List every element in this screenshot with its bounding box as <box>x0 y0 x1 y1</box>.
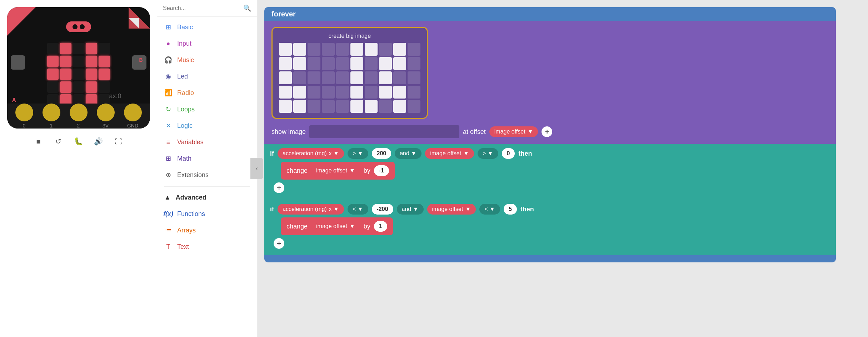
cell-1-6[interactable] <box>365 57 378 70</box>
cell-3-9[interactable] <box>408 86 420 99</box>
cell-1-9[interactable] <box>408 57 420 70</box>
restart-button[interactable]: ↺ <box>51 134 66 149</box>
sidebar-item-led[interactable]: ◉ Led <box>157 68 257 85</box>
cell-1-7[interactable] <box>379 57 392 70</box>
fullscreen-button[interactable]: ⛶ <box>111 134 126 149</box>
cell-0-2[interactable] <box>308 43 320 56</box>
sidebar-item-logic[interactable]: ✕ Logic <box>157 117 257 134</box>
cell-0-5[interactable] <box>350 43 363 56</box>
cell-2-8[interactable] <box>393 71 406 84</box>
val-0-pill[interactable]: 0 <box>502 148 515 159</box>
cell-1-8[interactable] <box>393 57 406 70</box>
cell-4-5[interactable] <box>350 100 363 113</box>
cell-3-2[interactable] <box>308 86 320 99</box>
cell-2-4[interactable] <box>336 71 349 84</box>
cell-0-4[interactable] <box>336 43 349 56</box>
cell-4-7[interactable] <box>379 100 392 113</box>
pad-gnd[interactable] <box>124 104 142 121</box>
cell-4-3[interactable] <box>322 100 335 113</box>
cell-4-8[interactable] <box>393 100 406 113</box>
val-neg1-pill[interactable]: -1 <box>374 165 389 176</box>
image-offset-pill-2[interactable]: image offset ▼ <box>425 148 474 159</box>
pad-3v[interactable] <box>97 104 115 121</box>
cell-1-3[interactable] <box>322 57 335 70</box>
cell-2-5[interactable] <box>350 71 363 84</box>
cell-4-9[interactable] <box>408 100 420 113</box>
cell-1-1[interactable] <box>293 57 306 70</box>
image-offset-pill-4[interactable]: image offset ▼ <box>427 204 476 215</box>
cell-3-8[interactable] <box>393 86 406 99</box>
cell-2-0[interactable] <box>279 71 292 84</box>
add-button-2[interactable]: + <box>274 182 284 193</box>
sidebar-item-basic[interactable]: ⊞ Basic <box>157 19 257 35</box>
cell-1-2[interactable] <box>308 57 320 70</box>
sidebar-item-math[interactable]: ⊞ Math <box>157 150 257 167</box>
debug-button[interactable]: 🐛 <box>71 134 86 149</box>
cell-3-6[interactable] <box>365 86 378 99</box>
sidebar-item-arrays[interactable]: ≔ Arrays <box>157 222 257 238</box>
cell-2-3[interactable] <box>322 71 335 84</box>
cell-0-7[interactable] <box>379 43 392 56</box>
add-button-1[interactable]: + <box>542 126 552 137</box>
workspace[interactable]: forever create big image <box>257 0 868 337</box>
val-1-pill[interactable]: 1 <box>374 221 387 232</box>
cell-2-6[interactable] <box>365 71 378 84</box>
sidebar-item-extensions[interactable]: ⊕ Extensions <box>157 167 257 183</box>
cell-3-1[interactable] <box>293 86 306 99</box>
sidebar-item-functions[interactable]: f(x) Functions <box>157 206 257 222</box>
cell-2-9[interactable] <box>408 71 420 84</box>
val-200-pill[interactable]: 200 <box>372 148 391 159</box>
lt-dropdown-2[interactable]: < ▼ <box>479 204 500 215</box>
cell-4-4[interactable] <box>336 100 349 113</box>
sidebar-item-radio[interactable]: 📶 Radio <box>157 85 257 101</box>
cell-2-1[interactable] <box>293 71 306 84</box>
button-a[interactable] <box>11 55 25 70</box>
cell-1-0[interactable] <box>279 57 292 70</box>
cell-3-3[interactable] <box>322 86 335 99</box>
sidebar-item-input[interactable]: ● Input <box>157 35 257 52</box>
lt-dropdown-1[interactable]: < ▼ <box>348 204 368 215</box>
gt-dropdown-1[interactable]: > ▼ <box>348 148 368 159</box>
collapse-sidebar-button[interactable]: ‹ <box>250 158 263 179</box>
cell-4-6[interactable] <box>365 100 378 113</box>
big-image-grid[interactable] <box>279 43 420 113</box>
sidebar-item-text[interactable]: T Text <box>157 238 257 255</box>
cell-3-5[interactable] <box>350 86 363 99</box>
cell-0-6[interactable] <box>365 43 378 56</box>
cell-2-7[interactable] <box>379 71 392 84</box>
sidebar-item-loops[interactable]: ↻ Loops <box>157 101 257 117</box>
pad-0[interactable] <box>15 104 33 121</box>
acceleration-pill-2[interactable]: acceleration (mg) x ▼ <box>278 204 344 215</box>
add-button-3[interactable]: + <box>274 238 284 249</box>
search-input[interactable] <box>163 5 240 11</box>
image-offset-pill-5[interactable]: image offset ▼ <box>311 221 360 232</box>
cell-0-9[interactable] <box>408 43 420 56</box>
advanced-header[interactable]: ▲ Advanced <box>157 190 257 206</box>
val-5-pill[interactable]: 5 <box>504 204 517 215</box>
cell-0-0[interactable] <box>279 43 292 56</box>
stop-button[interactable]: ■ <box>31 134 46 149</box>
cell-3-0[interactable] <box>279 86 292 99</box>
sidebar-item-music[interactable]: 🎧 Music <box>157 52 257 68</box>
cell-0-3[interactable] <box>322 43 335 56</box>
cell-0-8[interactable] <box>393 43 406 56</box>
image-offset-pill-1[interactable]: image offset ▼ <box>489 126 538 137</box>
pad-2[interactable] <box>70 104 88 121</box>
cell-4-1[interactable] <box>293 100 306 113</box>
cell-3-7[interactable] <box>379 86 392 99</box>
and-dropdown-1[interactable]: and ▼ <box>395 148 421 159</box>
cell-2-2[interactable] <box>308 71 320 84</box>
and-dropdown-2[interactable]: and ▼ <box>397 204 424 215</box>
cell-1-4[interactable] <box>336 57 349 70</box>
cell-0-1[interactable] <box>293 43 306 56</box>
acceleration-pill-1[interactable]: acceleration (mg) x ▼ <box>278 148 344 159</box>
image-offset-pill-3[interactable]: image offset ▼ <box>311 165 360 176</box>
gt-dropdown-2[interactable]: > ▼ <box>478 148 498 159</box>
cell-4-2[interactable] <box>308 100 320 113</box>
cell-4-0[interactable] <box>279 100 292 113</box>
cell-1-5[interactable] <box>350 57 363 70</box>
cell-3-4[interactable] <box>336 86 349 99</box>
pad-1[interactable] <box>43 104 60 121</box>
sidebar-item-variables[interactable]: ≡ Variables <box>157 134 257 150</box>
val-neg200-pill[interactable]: -200 <box>372 204 393 215</box>
